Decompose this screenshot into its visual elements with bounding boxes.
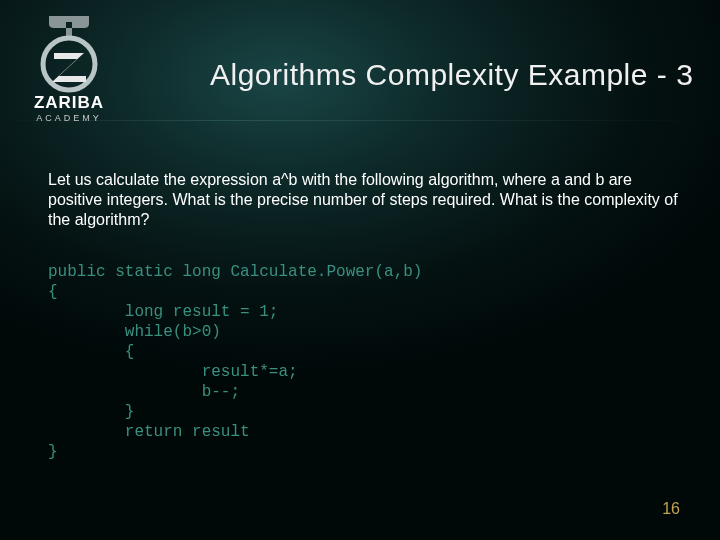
logo-brand-top: ZARIBA [34,93,104,112]
slide-title: Algorithms Complexity Example - 3 [210,58,720,92]
divider-line [0,120,720,121]
logo-brand-bottom: ACADEMY [36,113,102,123]
problem-statement: Let us calculate the expression a^b with… [48,170,680,230]
svg-point-1 [43,38,95,90]
code-sample: public static long Calculate.Power(a,b) … [48,262,422,462]
zariba-academy-logo: ZARIBA ACADEMY [14,8,124,128]
page-number: 16 [662,500,680,518]
